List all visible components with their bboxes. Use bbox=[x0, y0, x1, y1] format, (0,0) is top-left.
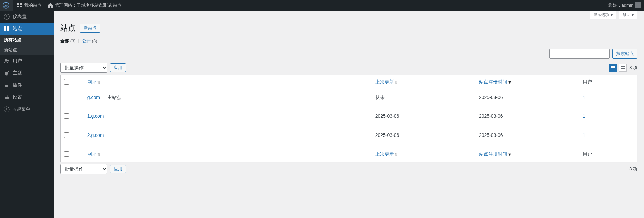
my-sites-link[interactable]: 我的站点 bbox=[13, 0, 44, 11]
plugins-icon bbox=[3, 82, 10, 89]
submenu-sites: 所有站点 新站点 bbox=[0, 35, 54, 55]
bulk-apply-top[interactable]: 应用 bbox=[110, 63, 126, 72]
svg-rect-9 bbox=[7, 29, 9, 31]
select-all-top[interactable] bbox=[64, 79, 69, 85]
svg-point-15 bbox=[4, 107, 9, 112]
filter-public[interactable]: 公开 bbox=[82, 38, 91, 43]
col-updated-header[interactable]: 上次更新⇅ bbox=[372, 75, 476, 90]
svg-rect-2 bbox=[20, 3, 22, 5]
menu-users[interactable]: 用户 bbox=[0, 55, 54, 67]
col-url-footer[interactable]: 网址⇅ bbox=[84, 147, 372, 162]
themes-icon bbox=[3, 70, 10, 76]
status-filter: 全部 (3) | 公开 (3) bbox=[60, 38, 637, 44]
menu-dashboard[interactable]: 仪表盘 bbox=[0, 11, 54, 23]
svg-point-14 bbox=[8, 98, 9, 99]
view-excerpt-button[interactable] bbox=[619, 64, 627, 72]
site-url-link[interactable]: g.com bbox=[87, 95, 100, 100]
collapse-icon bbox=[3, 106, 10, 113]
svg-rect-20 bbox=[621, 68, 625, 69]
row-checkbox[interactable] bbox=[64, 113, 69, 119]
site-url-link[interactable]: 1.g.com bbox=[87, 113, 104, 119]
sites-icon bbox=[16, 2, 23, 9]
list-icon bbox=[610, 65, 616, 70]
col-url-header[interactable]: 网址⇅ bbox=[84, 75, 372, 90]
menu-sites[interactable]: 站点 bbox=[0, 23, 54, 35]
admin-sidebar: 仪表盘 站点 所有站点 新站点 用户 主题 插件 设置 收起菜单 bbox=[0, 11, 54, 183]
settings-icon bbox=[3, 94, 10, 101]
screen-options-button[interactable]: 显示选项 ▾ bbox=[590, 11, 616, 19]
cell-updated: 从未 bbox=[372, 90, 476, 109]
search-input[interactable] bbox=[549, 49, 610, 59]
page-title: 站点 bbox=[60, 23, 76, 33]
items-count-bottom: 3 项 bbox=[629, 166, 637, 172]
cell-registered: 2025-03-06 bbox=[476, 109, 579, 128]
search-button[interactable]: 搜索站点 bbox=[612, 49, 637, 59]
row-checkbox[interactable] bbox=[64, 132, 69, 138]
wp-logo[interactable] bbox=[0, 0, 13, 11]
excerpt-icon bbox=[620, 65, 625, 70]
svg-rect-17 bbox=[611, 67, 615, 68]
sites-menu-icon bbox=[3, 25, 10, 32]
submenu-all-sites[interactable]: 所有站点 bbox=[0, 35, 54, 45]
svg-rect-19 bbox=[621, 66, 625, 67]
table-row: 2.g.com2025-03-062025-03-061 bbox=[61, 128, 637, 147]
svg-point-11 bbox=[7, 60, 9, 61]
items-count-top: 3 项 bbox=[629, 65, 637, 71]
dashboard-icon bbox=[3, 13, 10, 20]
caret-down-icon: ▾ bbox=[611, 13, 613, 17]
table-row: 1.g.com2025-03-062025-03-061 bbox=[61, 109, 637, 128]
home-icon bbox=[47, 2, 54, 9]
main-content: 显示选项 ▾ 帮助 ▾ 站点 新站点 全部 (3) | 公开 (3) 搜索站点 … bbox=[54, 11, 644, 183]
col-updated-footer[interactable]: 上次更新⇅ bbox=[372, 147, 476, 162]
cell-users-link[interactable]: 1 bbox=[583, 132, 585, 138]
site-url-link[interactable]: 2.g.com bbox=[87, 132, 104, 138]
col-registered-header[interactable]: 站点注册时间▼ bbox=[476, 75, 579, 90]
users-icon bbox=[3, 58, 10, 64]
svg-point-10 bbox=[5, 59, 7, 61]
svg-rect-8 bbox=[4, 29, 6, 31]
svg-rect-16 bbox=[611, 66, 615, 67]
svg-rect-18 bbox=[611, 69, 615, 69]
sites-table: 网址⇅ 上次更新⇅ 站点注册时间▼ 用户 g.com — 主站点从未2025-0… bbox=[60, 75, 637, 162]
menu-themes[interactable]: 主题 bbox=[0, 67, 54, 79]
cell-registered: 2025-03-06 bbox=[476, 90, 579, 109]
svg-rect-4 bbox=[20, 6, 22, 7]
add-new-button[interactable]: 新站点 bbox=[80, 24, 100, 33]
table-row: g.com — 主站点从未2025-03-061 bbox=[61, 90, 637, 109]
svg-rect-1 bbox=[17, 3, 19, 5]
svg-point-12 bbox=[7, 96, 8, 97]
cell-users-link[interactable]: 1 bbox=[583, 113, 585, 119]
view-list-button[interactable] bbox=[609, 64, 617, 72]
help-button[interactable]: 帮助 ▾ bbox=[619, 11, 637, 19]
svg-point-13 bbox=[6, 97, 7, 98]
svg-rect-6 bbox=[4, 26, 6, 29]
avatar bbox=[635, 2, 641, 8]
admin-topbar: 我的站点 管理网络：子域名多站点测试 站点 您好，admin bbox=[0, 0, 644, 11]
col-users-header: 用户 bbox=[579, 75, 637, 90]
svg-rect-3 bbox=[17, 6, 19, 7]
cell-updated: 2025-03-06 bbox=[372, 128, 476, 147]
submenu-new-site[interactable]: 新站点 bbox=[0, 45, 54, 55]
account-link[interactable]: 您好，admin bbox=[606, 0, 644, 11]
menu-collapse[interactable]: 收起菜单 bbox=[0, 103, 54, 115]
wordpress-icon bbox=[3, 2, 9, 9]
cell-users-link[interactable]: 1 bbox=[583, 95, 585, 100]
filter-all[interactable]: 全部 bbox=[60, 38, 69, 43]
menu-settings[interactable]: 设置 bbox=[0, 91, 54, 103]
cell-registered: 2025-03-06 bbox=[476, 128, 579, 147]
menu-plugins[interactable]: 插件 bbox=[0, 79, 54, 91]
network-admin-link[interactable]: 管理网络：子域名多站点测试 站点 bbox=[44, 0, 124, 11]
col-registered-footer[interactable]: 站点注册时间▼ bbox=[476, 147, 579, 162]
bulk-action-select-bottom[interactable]: 批量操作 bbox=[60, 164, 107, 174]
bulk-action-select-top[interactable]: 批量操作 bbox=[60, 63, 107, 73]
select-all-bottom[interactable] bbox=[64, 151, 69, 157]
bulk-apply-bottom[interactable]: 应用 bbox=[110, 165, 126, 173]
caret-down-icon: ▾ bbox=[632, 13, 634, 17]
cell-updated: 2025-03-06 bbox=[372, 109, 476, 128]
svg-rect-7 bbox=[7, 26, 9, 29]
col-users-footer: 用户 bbox=[579, 147, 637, 162]
